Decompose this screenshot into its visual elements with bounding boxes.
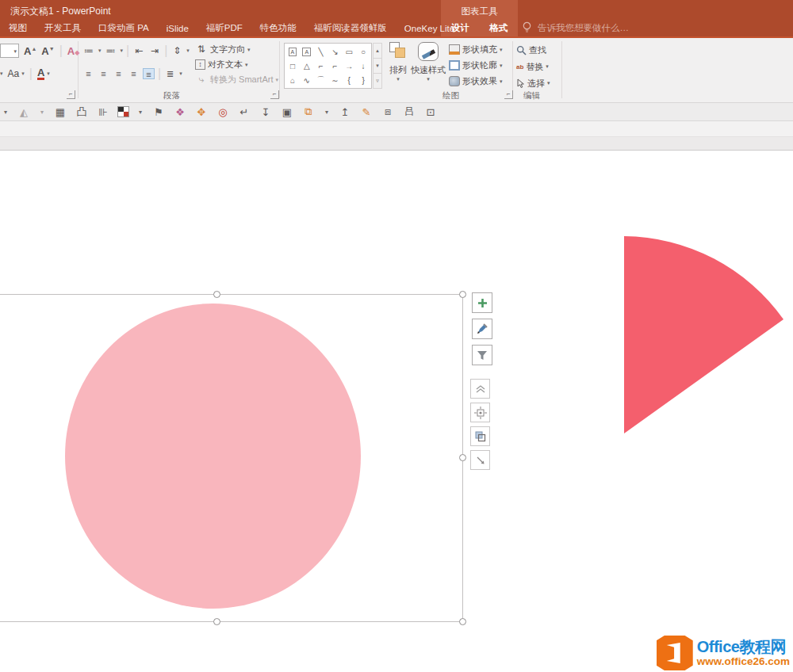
chart-insert-tool[interactable]: ↧ <box>259 105 273 119</box>
textbox-tool[interactable]: ▣ <box>280 105 294 119</box>
convert-smartart-button[interactable]: ⤷ 转换为 SmartArt▾ <box>195 72 278 87</box>
font-dialog-launcher[interactable]: ⌐ <box>67 90 75 99</box>
move-tool[interactable]: ✥ <box>194 105 209 119</box>
shape-curve[interactable]: ∼ <box>328 73 343 87</box>
gallery-scroll-up[interactable]: ▴ <box>373 43 382 59</box>
grow-font-button[interactable]: A▲ <box>24 45 36 57</box>
drawing-dialog-launcher[interactable]: ⌐ <box>504 90 513 99</box>
shape-scribble[interactable]: ∿ <box>300 73 314 87</box>
gradient-tool[interactable]: ◭ <box>17 105 31 119</box>
clear-formatting-button[interactable]: A◆ <box>67 45 80 57</box>
gallery-more-button[interactable]: ▿ <box>373 74 382 89</box>
bullets-button[interactable]: ≔ <box>82 45 95 57</box>
align-center-button[interactable]: ≡ <box>98 68 109 79</box>
format-brush-tool[interactable]: ✎ <box>359 105 374 119</box>
shape-elbow-connector[interactable]: ⌐ <box>314 59 328 73</box>
shape-arrow[interactable]: ↘ <box>328 44 343 59</box>
shape-triangle[interactable]: △ <box>300 59 314 73</box>
font-color-button[interactable]: A▾ <box>37 67 50 80</box>
tab-chart-design[interactable]: 设计 <box>451 22 469 34</box>
tab-view[interactable]: 视图 <box>0 22 36 34</box>
mosaic-tool[interactable]: ❖ <box>173 105 187 119</box>
shape-rectangle[interactable]: ▭ <box>342 44 356 59</box>
selection-handle-top-right[interactable] <box>459 291 466 298</box>
shape-outline-button[interactable]: 形状轮廓▾ <box>449 59 503 71</box>
select-button[interactable]: 选择▾ <box>516 77 550 90</box>
decrease-indent-button[interactable]: ⇤ <box>132 45 145 57</box>
justify-button[interactable]: ≡ <box>128 68 140 79</box>
fit-screen-tool[interactable]: ⊡ <box>423 105 438 119</box>
increase-indent-button[interactable]: ⇥ <box>148 45 161 57</box>
shape-arc[interactable]: ⌒ <box>314 73 328 87</box>
tab-chart-format[interactable]: 格式 <box>489 22 508 34</box>
chevron-down-icon[interactable]: ▾ <box>38 105 46 119</box>
align-text-button[interactable]: ↕ 对齐文本▾ <box>195 57 278 72</box>
chevron-down-icon[interactable]: ▾ <box>13 48 17 55</box>
shape-left-brace[interactable]: { <box>342 73 356 87</box>
tab-developer[interactable]: 开发工具 <box>36 22 90 34</box>
shape-oval[interactable]: ○ <box>356 44 370 59</box>
shape-rounded-rectangle[interactable]: □ <box>285 59 300 73</box>
change-case-button[interactable]: Aa▾ <box>8 68 25 79</box>
replace-button[interactable]: ab 替换▾ <box>516 60 550 73</box>
resize-button[interactable] <box>470 450 490 470</box>
flag-tool[interactable]: ⚑ <box>151 105 166 119</box>
shape-freeform[interactable]: ⌂ <box>285 73 300 87</box>
color-swatch-tool[interactable] <box>117 106 129 117</box>
chevron-down-icon[interactable]: ▾ <box>98 48 102 54</box>
tab-foxit-pdf[interactable]: 福昕PDF <box>197 22 251 34</box>
find-button[interactable]: 查找 <box>516 44 550 56</box>
distribute-text-button[interactable]: ≡ <box>143 68 155 79</box>
chevron-down-icon[interactable]: ▾ <box>136 105 144 119</box>
stamp-tool[interactable]: 凸 <box>75 105 89 119</box>
export-page-tool[interactable]: ↵ <box>237 105 251 119</box>
numbering-button[interactable]: ≕ <box>105 45 117 57</box>
chevron-down-icon[interactable]: ▾ <box>186 48 190 54</box>
shape-fill-button[interactable]: 形状填充▾ <box>449 44 503 55</box>
paste-tool[interactable]: ⧉ <box>301 105 316 119</box>
gallery-scroll-down[interactable]: ▾ <box>373 59 382 74</box>
tell-me-box[interactable]: 告诉我您想要做什么… <box>522 21 629 34</box>
selection-handle-top[interactable] <box>213 291 220 298</box>
align-left-button[interactable]: ≡ <box>82 68 94 79</box>
shape-effects-button[interactable]: 形状效果▾ <box>449 75 503 87</box>
shrink-font-button[interactable]: A▼ <box>41 45 54 57</box>
distribute-tool[interactable]: ⊪ <box>96 105 110 119</box>
chart-elements-button[interactable] <box>472 292 492 313</box>
tab-foxit-reader[interactable]: 福昕阅读器领鲜版 <box>305 22 396 34</box>
animation-grid-tool[interactable]: ▦ <box>53 105 67 119</box>
shape-right-brace[interactable]: } <box>356 73 370 87</box>
arrange-button[interactable]: 排列 ▾ <box>385 42 411 96</box>
font-size-input[interactable]: ▾ <box>0 44 19 58</box>
chevron-down-icon[interactable]: ▾ <box>121 48 124 54</box>
quick-styles-button[interactable]: 快速样式 ▾ <box>409 42 447 96</box>
text-direction-button[interactable]: ⇅ 文字方向▾ <box>195 42 278 57</box>
chart-styles-button[interactable] <box>472 319 492 339</box>
selection-handle-bottom[interactable] <box>213 618 220 625</box>
text-raise-tool[interactable]: ↥ <box>338 105 352 119</box>
selection-handle-bottom-right[interactable] <box>459 618 466 625</box>
shape-down-arrow[interactable]: ↓ <box>356 59 370 73</box>
paragraph-dialog-launcher[interactable]: ⌐ <box>270 90 279 99</box>
selection-handle-right[interactable] <box>459 454 466 461</box>
line-spacing-button[interactable]: ⇕ <box>170 45 183 57</box>
tab-islide[interactable]: iSlide <box>158 24 197 33</box>
shape-right-arrow[interactable]: → <box>342 59 356 73</box>
align-right-button[interactable]: ≡ <box>113 68 125 79</box>
tab-special-features[interactable]: 特色功能 <box>251 22 305 34</box>
shape-connect-tool[interactable]: ⧈ <box>381 105 395 119</box>
org-node-tool[interactable]: 吕 <box>402 105 416 119</box>
chevron-down-icon[interactable]: ▾ <box>179 71 182 77</box>
slide-canvas[interactable]: Office教程网 www.office26.com <box>0 151 793 672</box>
pie-slice-shape[interactable] <box>619 230 790 441</box>
chevron-down-icon[interactable]: ▾ <box>0 71 3 77</box>
center-target-tool[interactable]: ◎ <box>216 105 230 119</box>
columns-button[interactable]: ≣ <box>164 68 176 79</box>
chevron-down-icon[interactable]: ▾ <box>323 105 331 119</box>
shape-line[interactable]: ╲ <box>314 44 328 59</box>
shape-vertical-textbox[interactable]: A <box>300 44 314 59</box>
collapsed-dropdown[interactable]: ▾ <box>2 105 10 119</box>
tab-pocket-animation[interactable]: 口袋动画 PA <box>90 22 158 34</box>
center-align-button[interactable] <box>470 403 490 422</box>
chart-filters-button[interactable] <box>472 345 492 365</box>
